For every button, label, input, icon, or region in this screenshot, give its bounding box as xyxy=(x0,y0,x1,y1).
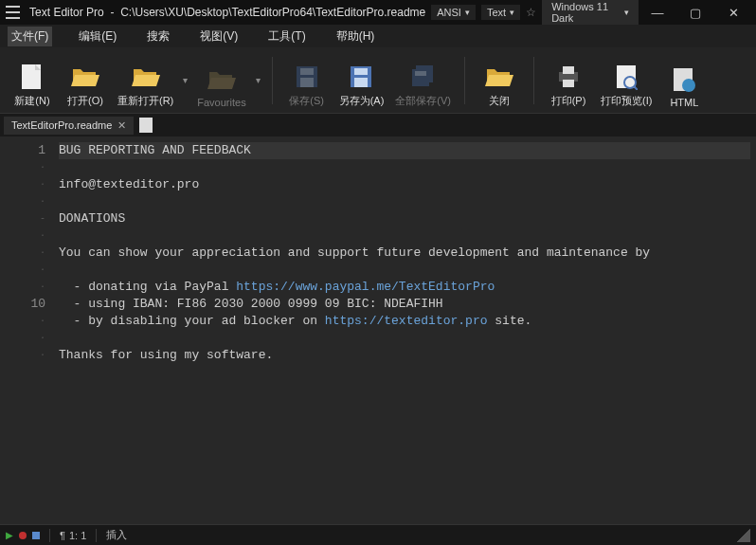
folder-close-icon xyxy=(484,62,514,92)
encoding-combo[interactable]: ANSI▾ xyxy=(431,5,476,20)
menu-help[interactable]: 帮助(H) xyxy=(333,27,379,46)
favourites-dropdown-icon[interactable]: ▾ xyxy=(254,51,262,110)
document-tab[interactable]: TextEditorPro.readme ✕ xyxy=(4,117,134,135)
saveas-button[interactable]: 另存为(A) xyxy=(335,51,388,110)
html-icon xyxy=(669,64,699,95)
close-file-button[interactable]: 关闭 xyxy=(475,51,524,110)
line-gutter: 1···-····10··· xyxy=(0,136,53,524)
menu-view[interactable]: 视图(V) xyxy=(196,27,242,46)
code-line[interactable]: - donating via PayPal https://www.paypal… xyxy=(59,279,750,296)
window-title: Text Editor Pro - C:\Users\XU\Desktop\Te… xyxy=(29,6,425,19)
code-line[interactable] xyxy=(59,227,750,245)
close-button[interactable]: ✕ xyxy=(714,0,752,25)
record-icon[interactable] xyxy=(19,532,27,539)
format-combo[interactable]: Text▾ xyxy=(481,5,520,20)
printpreview-button[interactable]: 打印预览(I) xyxy=(597,51,656,110)
code-line[interactable] xyxy=(59,193,750,210)
file-new-icon xyxy=(17,62,47,92)
saveall-button: 全部保存(V) xyxy=(391,51,455,110)
titlebar: Text Editor Pro - C:\Users\XU\Desktop\Te… xyxy=(0,0,756,25)
minimize-button[interactable]: — xyxy=(639,0,676,25)
folder-reopen-icon xyxy=(131,62,161,92)
save-icon xyxy=(292,62,322,92)
code-line[interactable] xyxy=(59,330,750,347)
code-line[interactable]: info@texteditor.pro xyxy=(59,176,750,193)
save-as-icon xyxy=(346,62,376,92)
svg-rect-13 xyxy=(563,80,574,87)
svg-point-18 xyxy=(682,79,695,92)
reopen-button[interactable]: 重新打开(R) xyxy=(114,51,177,110)
editor[interactable]: 1···-····10··· BUG REPORTING AND FEEDBAC… xyxy=(0,136,756,524)
code-line[interactable]: BUG REPORTING AND FEEDBACK xyxy=(59,142,750,159)
tab-label: TextEditorPro.readme xyxy=(11,119,112,131)
menubar: 文件(F) 编辑(E) 搜索 视图(V) 工具(T) 帮助(H) xyxy=(0,25,756,47)
open-button[interactable]: 打开(O) xyxy=(61,51,110,110)
print-preview-icon xyxy=(611,62,641,92)
svg-rect-10 xyxy=(415,71,426,76)
code-line[interactable] xyxy=(59,262,750,279)
insert-mode[interactable]: 插入 xyxy=(106,528,127,542)
svg-rect-12 xyxy=(563,66,574,74)
save-button: 保存(S) xyxy=(282,51,332,110)
svg-rect-7 xyxy=(354,78,368,87)
goto-icon: ¶ xyxy=(60,530,65,541)
svg-rect-3 xyxy=(300,68,314,75)
printer-icon xyxy=(553,62,584,92)
play-icon[interactable]: ▶ xyxy=(6,530,13,540)
macro-controls[interactable]: ▶ xyxy=(6,530,40,540)
menu-tools[interactable]: 工具(T) xyxy=(264,27,309,46)
code-area[interactable]: BUG REPORTING AND FEEDBACK info@textedit… xyxy=(53,136,756,524)
code-line[interactable] xyxy=(59,159,750,176)
tab-close-icon[interactable]: ✕ xyxy=(117,119,126,132)
print-button[interactable]: 打印(P) xyxy=(544,51,593,110)
maximize-button[interactable]: ▢ xyxy=(676,0,714,25)
html-button[interactable]: HTML xyxy=(659,51,709,110)
code-line[interactable]: DONATIONS xyxy=(59,210,750,227)
code-line[interactable]: - using IBAN: FI86 2030 2000 0999 09 BIC… xyxy=(59,296,750,313)
reopen-dropdown-icon[interactable]: ▾ xyxy=(181,51,189,110)
theme-combo[interactable]: Windows 11 Dark▾ xyxy=(542,0,639,26)
cursor-position[interactable]: ¶ 1: 1 xyxy=(60,530,86,541)
code-line[interactable]: You can show your appreciation and suppo… xyxy=(59,245,750,262)
stop-icon[interactable] xyxy=(32,532,40,539)
menu-search[interactable]: 搜索 xyxy=(143,27,173,46)
statusbar: ▶ ¶ 1: 1 插入 xyxy=(0,524,756,545)
code-line[interactable]: Thanks for using my software. xyxy=(59,347,750,364)
folder-fav-icon xyxy=(207,64,237,95)
new-doc-icon[interactable] xyxy=(139,118,153,133)
favourite-star-icon[interactable]: ☆ xyxy=(526,6,536,19)
document-tabbar: TextEditorPro.readme ✕ xyxy=(0,114,756,136)
svg-rect-4 xyxy=(300,78,314,87)
new-button[interactable]: 新建(N) xyxy=(8,51,57,110)
resize-grip-icon[interactable] xyxy=(737,529,750,542)
menu-file[interactable]: 文件(F) xyxy=(8,27,52,46)
ribbon: 新建(N) 打开(O) 重新打开(R) ▾ Favourites ▾ 保存(S)… xyxy=(0,47,756,114)
folder-open-icon xyxy=(70,62,100,92)
favourites-button: Favourites xyxy=(193,51,249,110)
save-all-icon xyxy=(408,62,439,92)
hamburger-menu-icon[interactable] xyxy=(4,4,22,21)
menu-edit[interactable]: 编辑(E) xyxy=(75,27,120,46)
code-line[interactable]: - by disabling your ad blocker on https:… xyxy=(59,313,750,330)
svg-line-16 xyxy=(634,86,638,90)
svg-rect-6 xyxy=(354,68,368,75)
